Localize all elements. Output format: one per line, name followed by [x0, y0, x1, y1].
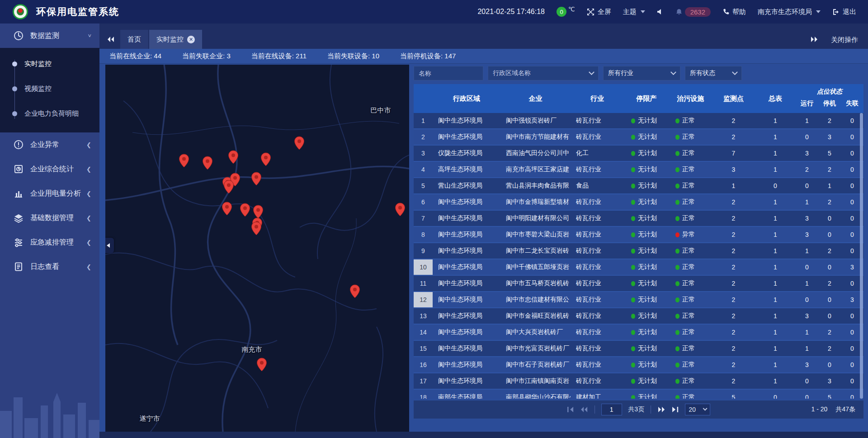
map-pin-icon[interactable] — [260, 152, 271, 166]
region-select[interactable]: 行政区域名称 — [488, 66, 599, 80]
logo-emblem-icon — [17, 8, 24, 15]
sub-column-header[interactable]: 失联 — [841, 99, 863, 108]
company-cell: 南部县砌华山沙石有限公 — [500, 390, 571, 399]
table-row[interactable]: 11阆中生态环境局阆中市五马桥页岩机砖砖瓦行业无计划正常21120 — [414, 276, 863, 291]
table-row[interactable]: 8阆中生态环境局阆中市枣碧大梁山页岩砖瓦行业无计划异常21300 — [414, 227, 863, 242]
map-collapse-button[interactable] — [105, 238, 114, 253]
sub-column-header[interactable]: 停机 — [818, 99, 841, 108]
sidebar-subitem-power-load-detail[interactable]: 企业电力负荷明细 — [0, 101, 99, 126]
page-number-input[interactable] — [601, 404, 622, 415]
row-number-cell: 10 — [414, 259, 433, 275]
table-row[interactable]: 2阆中生态环境局阆中市南方节能建材有砖瓦行业无计划正常21030 — [414, 129, 863, 145]
column-header[interactable]: 总表 — [755, 84, 796, 113]
column-group-point-status: 点位状态 运行停机失联 — [796, 84, 863, 113]
map-pin-icon[interactable] — [395, 203, 406, 217]
map-pin-icon[interactable] — [253, 205, 264, 219]
row-number-cell: 12 — [414, 292, 433, 307]
tab-bar: 首页实时监控✕ 关闭操作 — [99, 24, 868, 49]
mute-button[interactable] — [657, 9, 664, 15]
status-dot-icon — [631, 281, 635, 286]
column-header[interactable]: 治污设施 — [669, 84, 712, 113]
logout-button[interactable]: 退出 — [832, 8, 856, 16]
table-row[interactable]: 17阆中生态环境局阆中市江南镇阆南页岩砖瓦行业无计划正常21030 — [414, 373, 863, 389]
map-pin-icon[interactable] — [223, 180, 234, 194]
map-pin-icon[interactable] — [240, 203, 250, 217]
next-page-button[interactable] — [657, 406, 665, 413]
last-page-button[interactable] — [672, 406, 679, 413]
first-page-button[interactable] — [567, 406, 574, 413]
tab-realtime-monitor[interactable]: 实时监控✕ — [149, 30, 202, 49]
column-header[interactable]: 企业 — [500, 84, 571, 113]
table-row[interactable]: 10阆中生态环境局阆中千佛镇五郎垭页岩砖瓦行业无计划正常21003 — [414, 259, 863, 275]
sidebar-item-power-usage-analysis[interactable]: 企业用电量分析 ❮ — [0, 181, 99, 206]
map-pin-icon[interactable] — [222, 202, 232, 216]
stat-item: 当前在线设备: 211 — [251, 52, 307, 61]
table-row[interactable]: 16阆中生态环境局阆中市石子页岩机砖厂砖瓦行业无计划正常21300 — [414, 357, 863, 372]
table-row[interactable]: 15阆中生态环境局阆中市光富页岩机砖厂砖瓦行业无计划正常21120 — [414, 341, 863, 356]
fullscreen-button[interactable]: 全屏 — [587, 8, 611, 16]
org-dropdown[interactable]: 南充市生态环境局 — [758, 8, 821, 16]
table-scrollbar[interactable] — [860, 113, 863, 399]
sidebar-item-company-statistics[interactable]: 企业综合统计 ❮ — [0, 157, 99, 181]
map-panel[interactable]: 巴中市南充市遂宁市 — [105, 65, 409, 432]
table-row[interactable]: 12阆中生态环境局阆中市忠信建材有限公砖瓦行业无计划正常21003 — [414, 292, 863, 307]
table-row[interactable]: 14阆中生态环境局阆中大兴页岩机砖厂砖瓦行业无计划正常21120 — [414, 325, 863, 340]
submenu-data-monitoring: 实时监控视频监控企业电力负荷明细 — [0, 48, 99, 132]
table-row[interactable]: 13阆中生态环境局阆中市金福旺页岩机砖砖瓦行业无计划正常21300 — [414, 308, 863, 324]
bullet-dot-icon — [12, 61, 17, 66]
map-pin-icon[interactable] — [228, 150, 239, 164]
map-pin-icon[interactable] — [202, 156, 213, 170]
double-chevron-right-icon — [657, 406, 665, 413]
company-name-input[interactable] — [414, 66, 483, 80]
stop-count-cell: 2 — [818, 162, 841, 177]
help-button[interactable]: 帮助 — [722, 8, 746, 16]
table-row[interactable]: 5营山生态环境局营山县润丰肉食品有限食品无计划正常10010 — [414, 178, 863, 193]
sub-column-header[interactable]: 运行 — [796, 99, 818, 108]
status-dot-icon — [631, 135, 635, 140]
production-status-cell: 无计划 — [624, 211, 669, 226]
column-header[interactable]: 行政区域 — [433, 84, 500, 113]
sidebar-item-base-data-management[interactable]: 基础数据管理 ❮ — [0, 206, 99, 230]
points-cell: 2 — [712, 308, 755, 324]
page-size-select[interactable]: 20 — [685, 404, 710, 415]
map-pin-icon[interactable] — [294, 136, 305, 150]
tabs-scroll-right-button[interactable] — [810, 36, 818, 44]
table-row[interactable]: 18南部生态环境局南部县砌华山沙石有限公建材加工无计划正常50050 — [414, 390, 863, 399]
column-header[interactable]: 监测点 — [712, 84, 755, 113]
status-select[interactable]: 所有状态 — [685, 66, 742, 80]
map-pin-icon[interactable] — [251, 221, 262, 235]
close-operations-button[interactable]: 关闭操作 — [831, 36, 858, 44]
table-row[interactable]: 6阆中生态环境局阆中市金博瑞新型墙材砖瓦行业无计划正常21120 — [414, 194, 863, 210]
table-row[interactable]: 7阆中生态环境局阆中明阳建材有限公司砖瓦行业无计划正常21300 — [414, 211, 863, 226]
industry-select[interactable]: 所有行业 — [603, 66, 680, 80]
column-header[interactable]: 行业 — [571, 84, 624, 113]
map-pin-icon[interactable] — [256, 358, 267, 372]
theme-button[interactable]: 主题 — [623, 8, 645, 16]
close-tab-icon[interactable]: ✕ — [187, 36, 195, 43]
column-header[interactable]: 停限产 — [624, 84, 669, 113]
notification-widget[interactable]: 2632 — [676, 7, 711, 17]
stat-item: 当前失联设备: 10 — [327, 52, 379, 61]
meters-cell: 1 — [755, 227, 796, 242]
map-pin-icon[interactable] — [251, 172, 262, 186]
tab-home[interactable]: 首页 — [120, 30, 148, 49]
stop-count-cell: 0 — [818, 308, 841, 324]
status-dot-icon — [631, 232, 635, 237]
sidebar-item-company-abnormal[interactable]: 企业异常 ❮ — [0, 132, 99, 157]
table-row[interactable]: 3仪陇生态环境局西南油气田分公司川中化工无计划正常71350 — [414, 146, 863, 161]
previous-page-button[interactable] — [580, 406, 588, 413]
sidebar-subitem-realtime-monitor[interactable]: 实时监控 — [0, 52, 99, 76]
run-count-cell: 3 — [796, 308, 818, 324]
table-row[interactable]: 4高坪生态环境局南充市高坪区王家店建砖瓦行业无计划正常31220 — [414, 162, 863, 177]
map-pin-icon[interactable] — [349, 284, 360, 298]
tabs-scroll-left-button[interactable] — [107, 36, 115, 44]
sidebar-item-emergency-reduction[interactable]: 应急减排管理 ❮ — [0, 230, 99, 254]
sidebar-item-data-monitoring[interactable]: 数据监测 ˅ — [0, 24, 99, 48]
map-pin-icon[interactable] — [179, 154, 189, 168]
table-row[interactable]: 1阆中生态环境局阆中强锐页岩砖厂砖瓦行业无计划正常21120 — [414, 113, 863, 128]
sidebar-subitem-video-monitor[interactable]: 视频监控 — [0, 76, 99, 101]
table-row[interactable]: 9阆中生态环境局阆中市二龙长宝页岩砖砖瓦行业无计划正常21120 — [414, 243, 863, 259]
points-cell: 5 — [712, 390, 755, 399]
sidebar-item-log-view[interactable]: 日志查看 ❮ — [0, 254, 99, 279]
chevron-down-icon — [670, 69, 676, 75]
